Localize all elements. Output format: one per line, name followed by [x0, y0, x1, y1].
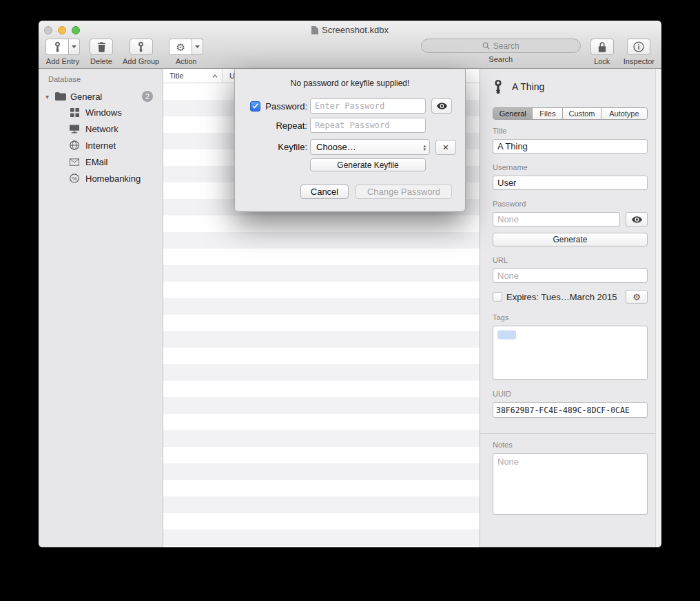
action-label: Action [176, 57, 197, 65]
inspector-label: Inspector [624, 57, 655, 65]
key-group-icon [136, 41, 145, 52]
entry-title: A Thing [512, 81, 544, 92]
eye-icon [632, 216, 642, 223]
generate-keyfile-button[interactable]: Generate Keyfile [310, 158, 426, 171]
add-group-button[interactable] [130, 39, 153, 55]
column-header-username[interactable]: U [223, 72, 235, 80]
toolbar-left: Add Entry Delete Add Group [45, 39, 203, 65]
lock-icon [598, 42, 606, 52]
keyfile-popup-value: Choose… [316, 142, 356, 152]
username-field[interactable] [493, 176, 648, 190]
title-field-label: Title [493, 127, 648, 135]
key-plus-icon [53, 41, 62, 52]
generate-password-button[interactable]: Generate [493, 233, 648, 246]
sheet-password-label: Password: [260, 101, 307, 112]
tab-autotype[interactable]: Autotype [601, 108, 647, 119]
lock-button[interactable] [590, 39, 614, 55]
inspector-tabs: General Files Custom Autotype [493, 107, 648, 120]
sidebar-group-general[interactable]: ▾ General 2 [39, 89, 163, 104]
tags-field[interactable] [493, 326, 648, 380]
column-header-title[interactable]: Title [163, 69, 223, 83]
sidebar-item-email[interactable]: EMail [39, 154, 163, 170]
inspector-entry-header: A Thing [493, 77, 648, 96]
tab-custom[interactable]: Custom [563, 108, 601, 119]
info-icon [633, 41, 644, 52]
sheet-password-row: Password: [235, 98, 465, 114]
sheet-repeat-row: Repeat: [235, 118, 465, 133]
add-entry-button[interactable] [45, 39, 69, 55]
desktop: Screenshot.kdbx Add Entry [0, 0, 700, 601]
toolbar-inspector: Inspector [624, 39, 655, 65]
lock-label: Lock [594, 57, 610, 65]
url-field-label: URL [493, 256, 648, 264]
delete-button[interactable] [90, 39, 113, 55]
expires-settings-button[interactable]: ⚙ [626, 290, 648, 304]
sheet-repeat-input[interactable] [310, 118, 426, 133]
chevron-down-icon [195, 45, 200, 48]
titlebar[interactable]: Screenshot.kdbx Add Entry [39, 21, 661, 69]
sheet-keyfile-label: Keyfile: [250, 142, 307, 152]
sidebar-item-label: Internet [85, 140, 116, 151]
expires-checkbox[interactable] [493, 292, 502, 302]
tab-files[interactable]: Files [533, 108, 563, 119]
trash-icon [97, 42, 106, 52]
inspector-scrollbar[interactable] [655, 69, 661, 547]
toolbar-search: Search Search [421, 39, 581, 65]
cancel-button[interactable]: Cancel [300, 184, 349, 199]
envelope-icon [69, 158, 80, 166]
window-title-text: Screenshot.kdbx [322, 25, 389, 35]
sheet-reveal-password-button[interactable] [431, 98, 452, 114]
password-checkbox[interactable] [250, 101, 260, 112]
sidebar-section-header: Database [39, 69, 163, 83]
reveal-password-button[interactable] [626, 212, 648, 226]
toolbar-action: ⚙ Action [169, 39, 203, 65]
notes-field[interactable] [493, 453, 648, 515]
sidebar-item-internet[interactable]: Internet [39, 137, 163, 154]
add-entry-dropdown-button[interactable] [69, 39, 80, 55]
sidebar-item-label: EMail [85, 157, 108, 167]
action-dropdown-button[interactable] [192, 39, 203, 55]
inspector-button[interactable] [627, 39, 650, 55]
password-field[interactable] [493, 212, 620, 226]
gear-icon: ⚙ [176, 42, 185, 52]
column-title-label: Title [169, 72, 183, 80]
keyfile-popup-button[interactable]: Choose… ▴▾ [310, 139, 430, 155]
change-password-button[interactable]: Change Password [356, 184, 452, 199]
url-field[interactable] [493, 268, 648, 283]
sidebar-item-homebanking[interactable]: % Homebanking [39, 170, 163, 187]
svg-text:%: % [72, 176, 76, 182]
add-entry-label: Add Entry [46, 57, 79, 65]
sidebar-group-label: General [70, 92, 102, 102]
tab-general[interactable]: General [493, 108, 533, 119]
chevron-down-icon [72, 45, 76, 48]
disclosure-triangle-icon[interactable]: ▾ [45, 93, 55, 101]
search-input[interactable]: Search [421, 39, 581, 53]
close-icon: × [443, 141, 449, 153]
sidebar-item-windows[interactable]: Windows [39, 104, 163, 120]
sidebar-item-network[interactable]: Network [39, 120, 163, 137]
sidebar-item-label: Homebanking [85, 173, 141, 184]
sidebar-item-label: Network [85, 124, 119, 134]
notes-field-label: Notes [493, 441, 648, 449]
password-field-label: Password [493, 200, 648, 208]
toolbar-right: Search Search Lock Inspector [421, 39, 655, 65]
action-button[interactable]: ⚙ [169, 39, 192, 55]
monitor-icon [69, 125, 80, 134]
sort-ascending-icon [212, 74, 218, 78]
sheet-message: No password or keyfile supplied! [235, 78, 465, 88]
inspector-divider [480, 433, 661, 434]
search-label: Search [488, 55, 513, 63]
percent-coin-icon: % [69, 173, 80, 183]
toolbar-add-group: Add Group [123, 39, 159, 65]
toolbar-lock: Lock [590, 39, 614, 65]
sheet-password-input[interactable] [310, 98, 426, 114]
sheet-keyfile-row: Keyfile: Choose… ▴▾ × [235, 139, 465, 155]
windows-grid-icon [69, 108, 80, 117]
globe-icon [69, 140, 80, 150]
tag-token[interactable] [497, 330, 516, 339]
key-icon [493, 79, 504, 94]
uuid-field[interactable] [493, 402, 648, 418]
title-field[interactable] [493, 139, 648, 154]
clear-keyfile-button[interactable]: × [435, 140, 456, 155]
tags-field-label: Tags [493, 313, 648, 321]
